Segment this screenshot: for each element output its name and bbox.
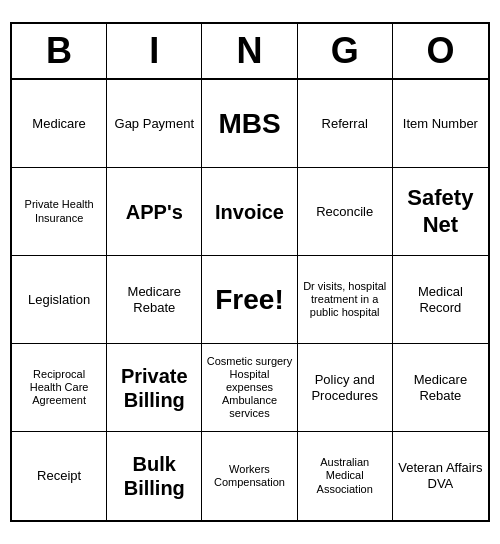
cell-text-12: Free! xyxy=(215,283,283,317)
cell-text-20: Receipt xyxy=(37,468,81,484)
cell-text-7: Invoice xyxy=(215,200,284,224)
header-letter: O xyxy=(393,24,488,78)
cell-text-15: Reciprocal Health Care Agreement xyxy=(16,368,102,408)
bingo-cell-1: Gap Payment xyxy=(107,80,202,168)
bingo-cell-20: Receipt xyxy=(12,432,107,520)
bingo-cell-8: Reconcile xyxy=(298,168,393,256)
cell-text-19: Medicare Rebate xyxy=(397,372,484,403)
header-letter: B xyxy=(12,24,107,78)
cell-text-0: Medicare xyxy=(32,116,85,132)
bingo-cell-18: Policy and Procedures xyxy=(298,344,393,432)
cell-text-4: Item Number xyxy=(403,116,478,132)
bingo-cell-12: Free! xyxy=(202,256,297,344)
bingo-cell-2: MBS xyxy=(202,80,297,168)
bingo-cell-23: Australian Medical Association xyxy=(298,432,393,520)
cell-text-14: Medical Record xyxy=(397,284,484,315)
bingo-cell-16: Private Billing xyxy=(107,344,202,432)
bingo-cell-10: Legislation xyxy=(12,256,107,344)
bingo-cell-22: Workers Compensation xyxy=(202,432,297,520)
bingo-cell-9: Safety Net xyxy=(393,168,488,256)
bingo-cell-5: Private Health Insurance xyxy=(12,168,107,256)
bingo-card: BINGO MedicareGap PaymentMBSReferralItem… xyxy=(10,22,490,522)
header-letter: I xyxy=(107,24,202,78)
cell-text-16: Private Billing xyxy=(111,364,197,412)
cell-text-8: Reconcile xyxy=(316,204,373,220)
cell-text-23: Australian Medical Association xyxy=(302,456,388,496)
cell-text-13: Dr visits, hospital treatment in a publi… xyxy=(302,280,388,320)
bingo-cell-4: Item Number xyxy=(393,80,488,168)
bingo-cell-7: Invoice xyxy=(202,168,297,256)
cell-text-1: Gap Payment xyxy=(115,116,195,132)
cell-text-18: Policy and Procedures xyxy=(302,372,388,403)
header-letter: N xyxy=(202,24,297,78)
bingo-cell-15: Reciprocal Health Care Agreement xyxy=(12,344,107,432)
cell-text-17: Cosmetic surgery Hospital expenses Ambul… xyxy=(206,355,292,421)
bingo-cell-19: Medicare Rebate xyxy=(393,344,488,432)
bingo-header: BINGO xyxy=(12,24,488,80)
cell-text-6: APP's xyxy=(126,200,183,224)
bingo-cell-6: APP's xyxy=(107,168,202,256)
bingo-cell-0: Medicare xyxy=(12,80,107,168)
cell-text-9: Safety Net xyxy=(397,185,484,238)
cell-text-5: Private Health Insurance xyxy=(16,198,102,224)
bingo-cell-11: Medicare Rebate xyxy=(107,256,202,344)
bingo-cell-13: Dr visits, hospital treatment in a publi… xyxy=(298,256,393,344)
bingo-cell-24: Veteran Affairs DVA xyxy=(393,432,488,520)
bingo-cell-14: Medical Record xyxy=(393,256,488,344)
cell-text-22: Workers Compensation xyxy=(206,463,292,489)
cell-text-24: Veteran Affairs DVA xyxy=(397,460,484,491)
cell-text-3: Referral xyxy=(322,116,368,132)
header-letter: G xyxy=(298,24,393,78)
bingo-cell-17: Cosmetic surgery Hospital expenses Ambul… xyxy=(202,344,297,432)
bingo-cell-3: Referral xyxy=(298,80,393,168)
cell-text-10: Legislation xyxy=(28,292,90,308)
bingo-grid: MedicareGap PaymentMBSReferralItem Numbe… xyxy=(12,80,488,520)
cell-text-11: Medicare Rebate xyxy=(111,284,197,315)
bingo-cell-21: Bulk Billing xyxy=(107,432,202,520)
cell-text-2: MBS xyxy=(218,107,280,141)
cell-text-21: Bulk Billing xyxy=(111,452,197,500)
